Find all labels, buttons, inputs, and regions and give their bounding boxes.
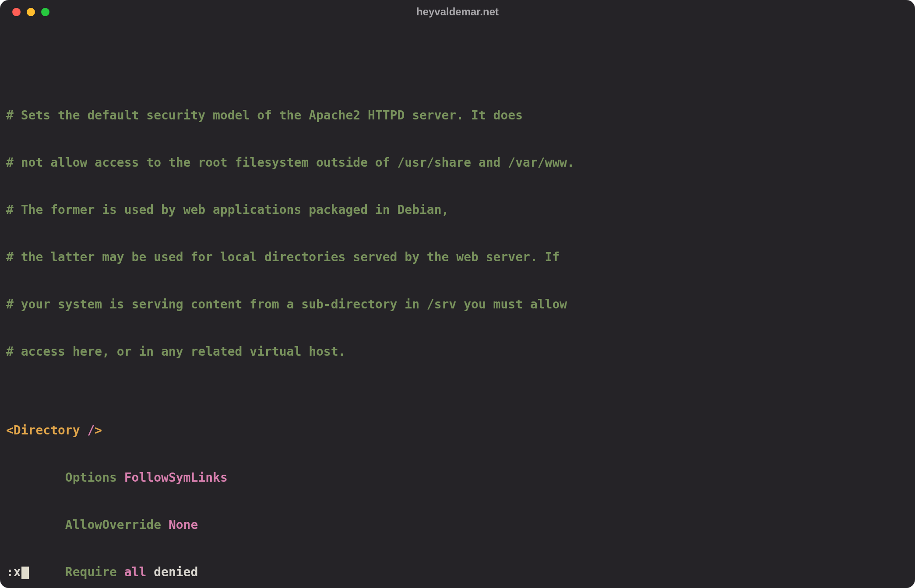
minimize-icon[interactable] (27, 8, 35, 16)
directive-line: Require all denied (6, 564, 909, 580)
window-controls (0, 8, 49, 16)
comment-line: # access here, or in any related virtual… (6, 344, 909, 360)
window-title: heyvaldemar.net (0, 6, 915, 18)
titlebar: heyvaldemar.net (0, 0, 915, 24)
directive-open: <Directory /> (6, 423, 909, 438)
comment-line: # your system is serving content from a … (6, 297, 909, 312)
comment-line: # Sets the default security model of the… (6, 108, 909, 123)
comment-line: # not allow access to the root filesyste… (6, 155, 909, 171)
comment-line: # the latter may be used for local direc… (6, 249, 909, 265)
close-icon[interactable] (12, 8, 21, 16)
maximize-icon[interactable] (41, 8, 49, 16)
cursor-icon (21, 567, 29, 579)
terminal-window: heyvaldemar.net # Sets the default secur… (0, 0, 915, 588)
terminal-content[interactable]: # Sets the default security model of the… (0, 24, 915, 588)
comment-line: # The former is used by web applications… (6, 202, 909, 218)
directive-line: Options FollowSymLinks (6, 470, 909, 486)
directive-line: AllowOverride None (6, 517, 909, 533)
vim-command-text: :x (6, 565, 21, 579)
vim-command-line[interactable]: :x (6, 565, 29, 579)
